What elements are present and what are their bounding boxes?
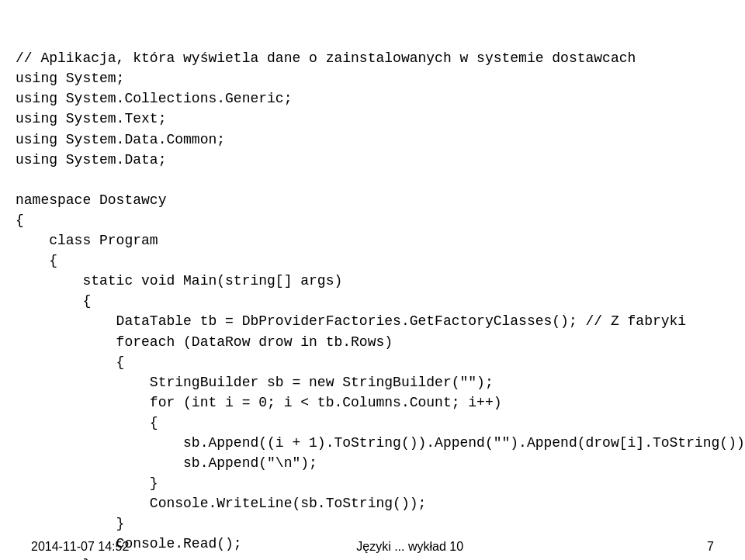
footer-title: Języki ... wykład 10	[129, 540, 691, 554]
code-line: for (int i = 0; i < tb.Columns.Count; i+…	[16, 392, 729, 413]
code-lines: // Aplikacja, która wyświetla dane o zai…	[16, 48, 729, 560]
footer: 2014-11-07 14:52 Języki ... wykład 10 7	[0, 534, 745, 560]
code-line: {	[16, 352, 729, 372]
code-line: using System.Text;	[16, 109, 729, 129]
code-line: {	[16, 413, 729, 433]
code-line: static void Main(string[] args)	[16, 271, 729, 291]
code-line: using System.Data.Common;	[16, 130, 729, 150]
code-block: // Aplikacja, która wyświetla dane o zai…	[0, 0, 745, 560]
code-line: using System.Collections.Generic;	[16, 88, 729, 109]
footer-page: 7	[691, 540, 714, 554]
code-line: }	[16, 513, 729, 534]
code-line: {	[16, 251, 729, 271]
code-line: // Aplikacja, która wyświetla dane o zai…	[16, 48, 729, 68]
code-line: using System;	[16, 68, 729, 88]
code-line: namespace Dostawcy	[16, 190, 729, 210]
code-line: using System.Data;	[16, 150, 729, 170]
code-line: sb.Append("\n");	[16, 453, 729, 473]
code-line: {	[16, 210, 729, 230]
code-line: StringBuilder sb = new StringBuilder("")…	[16, 372, 729, 392]
code-line: sb.Append((i + 1).ToString()).Append("")…	[16, 433, 729, 453]
code-line	[16, 170, 729, 190]
footer-date: 2014-11-07 14:52	[31, 540, 129, 554]
code-line: DataTable tb = DbProviderFactories.GetFa…	[16, 311, 729, 331]
code-line: Console.WriteLine(sb.ToString());	[16, 493, 729, 513]
code-line: foreach (DataRow drow in tb.Rows)	[16, 332, 729, 352]
code-line: {	[16, 291, 729, 311]
code-line: }	[16, 473, 729, 493]
code-line: class Program	[16, 230, 729, 251]
